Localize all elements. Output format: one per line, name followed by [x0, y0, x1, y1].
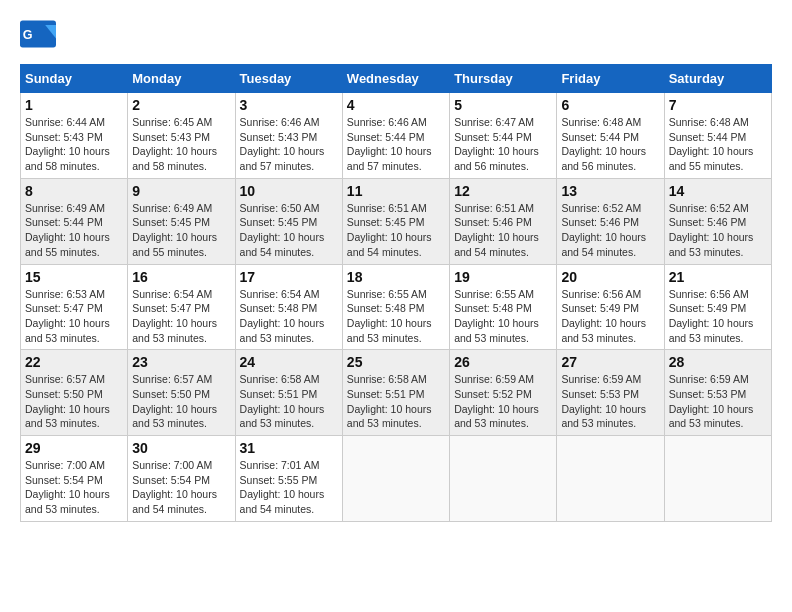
day-number: 29	[25, 440, 123, 456]
day-info: Sunrise: 6:52 AM Sunset: 5:46 PM Dayligh…	[669, 201, 767, 260]
calendar-cell: 2Sunrise: 6:45 AM Sunset: 5:43 PM Daylig…	[128, 93, 235, 179]
calendar-cell	[664, 436, 771, 522]
calendar-cell: 17Sunrise: 6:54 AM Sunset: 5:48 PM Dayli…	[235, 264, 342, 350]
day-info: Sunrise: 6:55 AM Sunset: 5:48 PM Dayligh…	[347, 287, 445, 346]
day-info: Sunrise: 6:48 AM Sunset: 5:44 PM Dayligh…	[669, 115, 767, 174]
day-number: 2	[132, 97, 230, 113]
day-number: 4	[347, 97, 445, 113]
day-info: Sunrise: 6:49 AM Sunset: 5:44 PM Dayligh…	[25, 201, 123, 260]
day-number: 8	[25, 183, 123, 199]
day-number: 25	[347, 354, 445, 370]
calendar-cell: 27Sunrise: 6:59 AM Sunset: 5:53 PM Dayli…	[557, 350, 664, 436]
day-number: 28	[669, 354, 767, 370]
calendar-cell: 16Sunrise: 6:54 AM Sunset: 5:47 PM Dayli…	[128, 264, 235, 350]
day-number: 11	[347, 183, 445, 199]
calendar-cell: 29Sunrise: 7:00 AM Sunset: 5:54 PM Dayli…	[21, 436, 128, 522]
calendar-week-row: 22Sunrise: 6:57 AM Sunset: 5:50 PM Dayli…	[21, 350, 772, 436]
calendar-cell: 4Sunrise: 6:46 AM Sunset: 5:44 PM Daylig…	[342, 93, 449, 179]
calendar-cell: 22Sunrise: 6:57 AM Sunset: 5:50 PM Dayli…	[21, 350, 128, 436]
day-info: Sunrise: 6:45 AM Sunset: 5:43 PM Dayligh…	[132, 115, 230, 174]
day-info: Sunrise: 6:56 AM Sunset: 5:49 PM Dayligh…	[561, 287, 659, 346]
day-info: Sunrise: 6:58 AM Sunset: 5:51 PM Dayligh…	[347, 372, 445, 431]
calendar-cell: 1Sunrise: 6:44 AM Sunset: 5:43 PM Daylig…	[21, 93, 128, 179]
calendar-cell: 10Sunrise: 6:50 AM Sunset: 5:45 PM Dayli…	[235, 178, 342, 264]
calendar-cell: 13Sunrise: 6:52 AM Sunset: 5:46 PM Dayli…	[557, 178, 664, 264]
calendar-cell: 26Sunrise: 6:59 AM Sunset: 5:52 PM Dayli…	[450, 350, 557, 436]
day-info: Sunrise: 6:53 AM Sunset: 5:47 PM Dayligh…	[25, 287, 123, 346]
day-number: 18	[347, 269, 445, 285]
day-number: 13	[561, 183, 659, 199]
day-header-monday: Monday	[128, 65, 235, 93]
day-header-thursday: Thursday	[450, 65, 557, 93]
svg-text:G: G	[23, 28, 33, 42]
day-number: 3	[240, 97, 338, 113]
day-number: 31	[240, 440, 338, 456]
day-number: 22	[25, 354, 123, 370]
day-number: 14	[669, 183, 767, 199]
day-number: 10	[240, 183, 338, 199]
calendar-cell: 9Sunrise: 6:49 AM Sunset: 5:45 PM Daylig…	[128, 178, 235, 264]
page-header: G	[20, 20, 772, 48]
day-info: Sunrise: 6:57 AM Sunset: 5:50 PM Dayligh…	[132, 372, 230, 431]
calendar-cell: 6Sunrise: 6:48 AM Sunset: 5:44 PM Daylig…	[557, 93, 664, 179]
calendar-cell: 3Sunrise: 6:46 AM Sunset: 5:43 PM Daylig…	[235, 93, 342, 179]
calendar-cell	[557, 436, 664, 522]
calendar-cell: 15Sunrise: 6:53 AM Sunset: 5:47 PM Dayli…	[21, 264, 128, 350]
day-info: Sunrise: 6:54 AM Sunset: 5:47 PM Dayligh…	[132, 287, 230, 346]
calendar-cell: 14Sunrise: 6:52 AM Sunset: 5:46 PM Dayli…	[664, 178, 771, 264]
day-info: Sunrise: 6:51 AM Sunset: 5:46 PM Dayligh…	[454, 201, 552, 260]
day-number: 27	[561, 354, 659, 370]
calendar-cell: 25Sunrise: 6:58 AM Sunset: 5:51 PM Dayli…	[342, 350, 449, 436]
calendar-cell: 19Sunrise: 6:55 AM Sunset: 5:48 PM Dayli…	[450, 264, 557, 350]
day-info: Sunrise: 6:48 AM Sunset: 5:44 PM Dayligh…	[561, 115, 659, 174]
day-number: 15	[25, 269, 123, 285]
day-number: 20	[561, 269, 659, 285]
calendar-cell: 5Sunrise: 6:47 AM Sunset: 5:44 PM Daylig…	[450, 93, 557, 179]
day-number: 9	[132, 183, 230, 199]
logo-icon: G	[20, 20, 56, 48]
day-info: Sunrise: 6:50 AM Sunset: 5:45 PM Dayligh…	[240, 201, 338, 260]
day-info: Sunrise: 6:55 AM Sunset: 5:48 PM Dayligh…	[454, 287, 552, 346]
day-header-wednesday: Wednesday	[342, 65, 449, 93]
day-info: Sunrise: 6:44 AM Sunset: 5:43 PM Dayligh…	[25, 115, 123, 174]
day-info: Sunrise: 6:46 AM Sunset: 5:43 PM Dayligh…	[240, 115, 338, 174]
day-info: Sunrise: 6:47 AM Sunset: 5:44 PM Dayligh…	[454, 115, 552, 174]
calendar-cell: 30Sunrise: 7:00 AM Sunset: 5:54 PM Dayli…	[128, 436, 235, 522]
day-info: Sunrise: 6:56 AM Sunset: 5:49 PM Dayligh…	[669, 287, 767, 346]
day-info: Sunrise: 6:46 AM Sunset: 5:44 PM Dayligh…	[347, 115, 445, 174]
day-info: Sunrise: 6:49 AM Sunset: 5:45 PM Dayligh…	[132, 201, 230, 260]
day-header-sunday: Sunday	[21, 65, 128, 93]
calendar-cell: 18Sunrise: 6:55 AM Sunset: 5:48 PM Dayli…	[342, 264, 449, 350]
day-number: 5	[454, 97, 552, 113]
day-info: Sunrise: 6:59 AM Sunset: 5:53 PM Dayligh…	[561, 372, 659, 431]
calendar-cell: 21Sunrise: 6:56 AM Sunset: 5:49 PM Dayli…	[664, 264, 771, 350]
day-number: 24	[240, 354, 338, 370]
day-info: Sunrise: 6:59 AM Sunset: 5:53 PM Dayligh…	[669, 372, 767, 431]
day-number: 16	[132, 269, 230, 285]
day-number: 30	[132, 440, 230, 456]
day-info: Sunrise: 6:57 AM Sunset: 5:50 PM Dayligh…	[25, 372, 123, 431]
day-header-saturday: Saturday	[664, 65, 771, 93]
logo: G	[20, 20, 60, 48]
calendar-week-row: 15Sunrise: 6:53 AM Sunset: 5:47 PM Dayli…	[21, 264, 772, 350]
calendar-cell	[342, 436, 449, 522]
day-header-tuesday: Tuesday	[235, 65, 342, 93]
calendar-header-row: SundayMondayTuesdayWednesdayThursdayFrid…	[21, 65, 772, 93]
calendar-week-row: 29Sunrise: 7:00 AM Sunset: 5:54 PM Dayli…	[21, 436, 772, 522]
day-number: 21	[669, 269, 767, 285]
calendar-table: SundayMondayTuesdayWednesdayThursdayFrid…	[20, 64, 772, 522]
calendar-cell	[450, 436, 557, 522]
calendar-week-row: 1Sunrise: 6:44 AM Sunset: 5:43 PM Daylig…	[21, 93, 772, 179]
day-info: Sunrise: 6:52 AM Sunset: 5:46 PM Dayligh…	[561, 201, 659, 260]
day-info: Sunrise: 7:00 AM Sunset: 5:54 PM Dayligh…	[25, 458, 123, 517]
day-number: 6	[561, 97, 659, 113]
calendar-cell: 7Sunrise: 6:48 AM Sunset: 5:44 PM Daylig…	[664, 93, 771, 179]
calendar-cell: 23Sunrise: 6:57 AM Sunset: 5:50 PM Dayli…	[128, 350, 235, 436]
calendar-cell: 11Sunrise: 6:51 AM Sunset: 5:45 PM Dayli…	[342, 178, 449, 264]
day-info: Sunrise: 6:59 AM Sunset: 5:52 PM Dayligh…	[454, 372, 552, 431]
day-number: 19	[454, 269, 552, 285]
day-info: Sunrise: 6:51 AM Sunset: 5:45 PM Dayligh…	[347, 201, 445, 260]
calendar-cell: 31Sunrise: 7:01 AM Sunset: 5:55 PM Dayli…	[235, 436, 342, 522]
calendar-cell: 8Sunrise: 6:49 AM Sunset: 5:44 PM Daylig…	[21, 178, 128, 264]
day-number: 23	[132, 354, 230, 370]
